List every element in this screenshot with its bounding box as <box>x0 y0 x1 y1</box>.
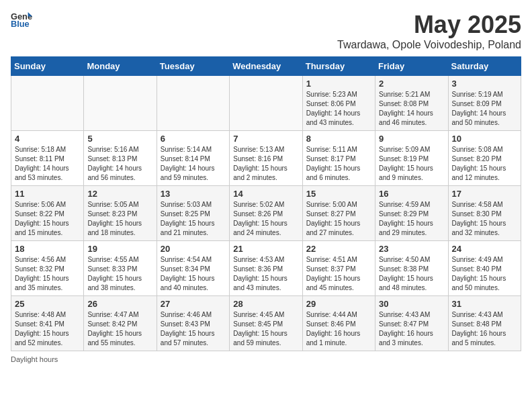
month-title: May 2025 <box>337 11 521 39</box>
week-row-1: 1Sunrise: 5:23 AM Sunset: 8:06 PM Daylig… <box>11 76 521 131</box>
calendar-cell: 4Sunrise: 5:18 AM Sunset: 8:11 PM Daylig… <box>11 131 84 186</box>
calendar-cell: 27Sunrise: 4:46 AM Sunset: 8:43 PM Dayli… <box>157 296 229 351</box>
page-header: General Blue May 2025 Twardawa, Opole Vo… <box>11 11 521 51</box>
day-number: 27 <box>161 299 226 309</box>
calendar-cell: 13Sunrise: 5:03 AM Sunset: 8:25 PM Dayli… <box>157 186 229 241</box>
calendar-cell: 26Sunrise: 4:47 AM Sunset: 8:42 PM Dayli… <box>84 296 157 351</box>
calendar-cell <box>157 76 229 131</box>
day-number: 12 <box>87 189 152 199</box>
day-info: Sunrise: 5:18 AM Sunset: 8:11 PM Dayligh… <box>15 145 80 183</box>
day-number: 23 <box>379 244 444 254</box>
day-info: Sunrise: 4:45 AM Sunset: 8:45 PM Dayligh… <box>233 310 298 348</box>
week-row-5: 25Sunrise: 4:48 AM Sunset: 8:41 PM Dayli… <box>11 296 521 351</box>
calendar-cell: 30Sunrise: 4:43 AM Sunset: 8:47 PM Dayli… <box>375 296 448 351</box>
day-info: Sunrise: 4:44 AM Sunset: 8:46 PM Dayligh… <box>306 310 371 348</box>
day-info: Sunrise: 4:43 AM Sunset: 8:47 PM Dayligh… <box>379 310 444 348</box>
day-info: Sunrise: 4:58 AM Sunset: 8:30 PM Dayligh… <box>452 200 517 238</box>
day-info: Sunrise: 5:11 AM Sunset: 8:17 PM Dayligh… <box>306 145 371 183</box>
calendar-cell: 29Sunrise: 4:44 AM Sunset: 8:46 PM Dayli… <box>302 296 375 351</box>
day-info: Sunrise: 4:46 AM Sunset: 8:43 PM Dayligh… <box>161 310 226 348</box>
day-info: Sunrise: 4:47 AM Sunset: 8:42 PM Dayligh… <box>87 310 152 348</box>
calendar-table: SundayMondayTuesdayWednesdayThursdayFrid… <box>11 56 521 351</box>
day-number: 4 <box>15 134 80 144</box>
location-title: Twardawa, Opole Voivodeship, Poland <box>337 39 521 51</box>
day-info: Sunrise: 5:02 AM Sunset: 8:26 PM Dayligh… <box>233 200 298 238</box>
day-number: 8 <box>306 134 371 144</box>
calendar-cell: 12Sunrise: 5:05 AM Sunset: 8:23 PM Dayli… <box>84 186 157 241</box>
calendar-cell: 31Sunrise: 4:43 AM Sunset: 8:48 PM Dayli… <box>448 296 521 351</box>
day-number: 17 <box>452 189 517 199</box>
day-number: 7 <box>233 134 298 144</box>
calendar-cell <box>84 76 157 131</box>
calendar-cell: 24Sunrise: 4:49 AM Sunset: 8:40 PM Dayli… <box>448 241 521 296</box>
day-info: Sunrise: 4:59 AM Sunset: 8:29 PM Dayligh… <box>379 200 444 238</box>
day-number: 16 <box>379 189 444 199</box>
header-day-tuesday: Tuesday <box>157 57 229 76</box>
day-info: Sunrise: 4:48 AM Sunset: 8:41 PM Dayligh… <box>15 310 80 348</box>
logo: General Blue <box>11 11 32 30</box>
calendar-cell <box>11 76 84 131</box>
calendar-cell: 11Sunrise: 5:06 AM Sunset: 8:22 PM Dayli… <box>11 186 84 241</box>
calendar-cell: 14Sunrise: 5:02 AM Sunset: 8:26 PM Dayli… <box>230 186 302 241</box>
header-day-wednesday: Wednesday <box>230 57 302 76</box>
day-info: Sunrise: 5:09 AM Sunset: 8:19 PM Dayligh… <box>379 145 444 183</box>
calendar-cell: 17Sunrise: 4:58 AM Sunset: 8:30 PM Dayli… <box>448 186 521 241</box>
day-number: 14 <box>233 189 298 199</box>
day-info: Sunrise: 5:03 AM Sunset: 8:25 PM Dayligh… <box>161 200 226 238</box>
week-row-3: 11Sunrise: 5:06 AM Sunset: 8:22 PM Dayli… <box>11 186 521 241</box>
day-number: 13 <box>161 189 226 199</box>
calendar-cell: 20Sunrise: 4:54 AM Sunset: 8:34 PM Dayli… <box>157 241 229 296</box>
day-number: 3 <box>452 79 517 89</box>
calendar-cell: 7Sunrise: 5:13 AM Sunset: 8:16 PM Daylig… <box>230 131 302 186</box>
calendar-cell: 22Sunrise: 4:51 AM Sunset: 8:37 PM Dayli… <box>302 241 375 296</box>
day-number: 19 <box>87 244 152 254</box>
footer-note: Daylight hours <box>11 355 521 363</box>
day-info: Sunrise: 5:21 AM Sunset: 8:08 PM Dayligh… <box>379 90 444 128</box>
logo-icon: General Blue <box>11 11 32 30</box>
calendar-cell: 3Sunrise: 5:19 AM Sunset: 8:09 PM Daylig… <box>448 76 521 131</box>
calendar-cell: 2Sunrise: 5:21 AM Sunset: 8:08 PM Daylig… <box>375 76 448 131</box>
day-info: Sunrise: 5:05 AM Sunset: 8:23 PM Dayligh… <box>87 200 152 238</box>
calendar-cell: 6Sunrise: 5:14 AM Sunset: 8:14 PM Daylig… <box>157 131 229 186</box>
calendar-cell: 15Sunrise: 5:00 AM Sunset: 8:27 PM Dayli… <box>302 186 375 241</box>
day-info: Sunrise: 4:51 AM Sunset: 8:37 PM Dayligh… <box>306 255 371 293</box>
day-info: Sunrise: 5:23 AM Sunset: 8:06 PM Dayligh… <box>306 90 371 128</box>
calendar-cell: 1Sunrise: 5:23 AM Sunset: 8:06 PM Daylig… <box>302 76 375 131</box>
day-number: 31 <box>452 299 517 309</box>
calendar-cell: 19Sunrise: 4:55 AM Sunset: 8:33 PM Dayli… <box>84 241 157 296</box>
day-info: Sunrise: 4:53 AM Sunset: 8:36 PM Dayligh… <box>233 255 298 293</box>
day-info: Sunrise: 5:00 AM Sunset: 8:27 PM Dayligh… <box>306 200 371 238</box>
day-info: Sunrise: 5:19 AM Sunset: 8:09 PM Dayligh… <box>452 90 517 128</box>
day-number: 28 <box>233 299 298 309</box>
day-number: 15 <box>306 189 371 199</box>
day-number: 5 <box>87 134 152 144</box>
day-number: 6 <box>161 134 226 144</box>
header-day-friday: Friday <box>375 57 448 76</box>
day-info: Sunrise: 5:06 AM Sunset: 8:22 PM Dayligh… <box>15 200 80 238</box>
calendar-cell: 21Sunrise: 4:53 AM Sunset: 8:36 PM Dayli… <box>230 241 302 296</box>
svg-text:Blue: Blue <box>11 19 30 29</box>
day-number: 22 <box>306 244 371 254</box>
calendar-cell: 18Sunrise: 4:56 AM Sunset: 8:32 PM Dayli… <box>11 241 84 296</box>
header-day-saturday: Saturday <box>448 57 521 76</box>
day-info: Sunrise: 4:43 AM Sunset: 8:48 PM Dayligh… <box>452 310 517 348</box>
day-number: 20 <box>161 244 226 254</box>
calendar-cell: 23Sunrise: 4:50 AM Sunset: 8:38 PM Dayli… <box>375 241 448 296</box>
calendar-cell: 9Sunrise: 5:09 AM Sunset: 8:19 PM Daylig… <box>375 131 448 186</box>
week-row-4: 18Sunrise: 4:56 AM Sunset: 8:32 PM Dayli… <box>11 241 521 296</box>
day-number: 26 <box>87 299 152 309</box>
day-info: Sunrise: 4:49 AM Sunset: 8:40 PM Dayligh… <box>452 255 517 293</box>
day-info: Sunrise: 5:16 AM Sunset: 8:13 PM Dayligh… <box>87 145 152 183</box>
day-number: 21 <box>233 244 298 254</box>
calendar-cell: 8Sunrise: 5:11 AM Sunset: 8:17 PM Daylig… <box>302 131 375 186</box>
day-number: 2 <box>379 79 444 89</box>
week-row-2: 4Sunrise: 5:18 AM Sunset: 8:11 PM Daylig… <box>11 131 521 186</box>
day-number: 10 <box>452 134 517 144</box>
calendar-cell: 16Sunrise: 4:59 AM Sunset: 8:29 PM Dayli… <box>375 186 448 241</box>
day-info: Sunrise: 4:55 AM Sunset: 8:33 PM Dayligh… <box>87 255 152 293</box>
day-number: 30 <box>379 299 444 309</box>
calendar-cell <box>230 76 302 131</box>
day-info: Sunrise: 4:54 AM Sunset: 8:34 PM Dayligh… <box>161 255 226 293</box>
day-number: 18 <box>15 244 80 254</box>
header-row: SundayMondayTuesdayWednesdayThursdayFrid… <box>11 57 521 76</box>
